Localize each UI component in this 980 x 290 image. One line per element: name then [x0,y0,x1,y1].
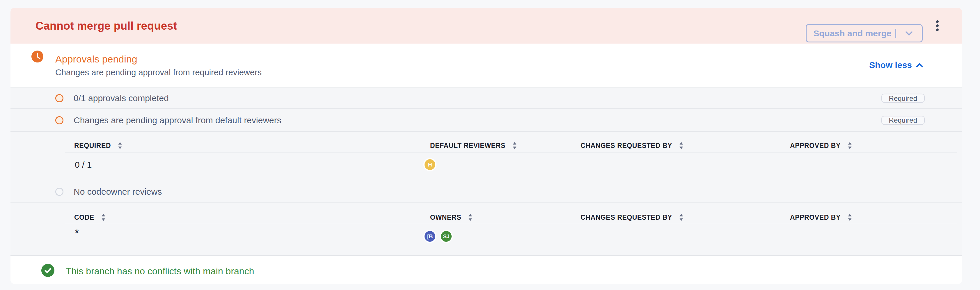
column-header-approved-by[interactable]: APPROVED BY [790,139,852,152]
table-header-divider [65,152,957,152]
show-less-link[interactable]: Show less [869,60,923,70]
check-text: No codeowner reviews [74,187,162,197]
check-text: Changes are pending approval from defaul… [74,116,282,125]
column-header-approved-by[interactable]: APPROVED BY [790,211,852,223]
chevron-up-icon [916,63,923,67]
column-header-code[interactable]: CODE [74,211,106,223]
column-header-required[interactable]: REQUIRED [74,139,122,152]
codeowners-table: CODE OWNERS CHANGES REQUESTED BY APPROVE… [11,202,962,255]
pending-circle-icon [55,116,64,124]
codeowner-check-row: No codeowner reviews [11,182,962,202]
column-header-changes-requested-by[interactable]: CHANGES REQUESTED BY [581,139,684,152]
panel-title: Approvals pending [55,54,137,65]
banner-title: Cannot merge pull request [35,19,177,32]
conflict-status-row: This branch has no conflicts with main b… [11,255,962,284]
approvals-check-row: 0/1 approvals completed Required [11,87,962,108]
default-reviewers-check-row: Changes are pending approval from defaul… [11,108,962,132]
sort-icon [118,142,122,149]
sort-icon [679,214,684,221]
required-badge: Required [881,116,925,125]
avatar[interactable]: H [423,158,436,171]
sort-icon [101,214,106,221]
code-pattern-cell: * [75,228,79,238]
show-less-label: Show less [869,60,912,70]
approvals-pending-header: Approvals pending Changes are pending ap… [11,44,962,87]
column-header-default-reviewers[interactable]: DEFAULT REVIEWERS [430,139,517,152]
sort-icon [679,142,684,149]
squash-and-merge-label: Squash and merge [807,29,895,38]
sort-icon [468,214,473,221]
column-header-owners[interactable]: OWNERS [430,211,473,223]
chevron-down-icon[interactable] [896,31,922,36]
squash-and-merge-button[interactable]: Squash and merge [806,24,923,43]
table-header-divider [65,224,957,224]
panel-subtitle: Changes are pending approval from requir… [55,68,262,77]
required-badge: Required [881,94,925,103]
avatar[interactable]: [B [423,230,436,243]
sort-icon [512,142,517,149]
overflow-menu-icon[interactable] [933,17,942,35]
required-reviewers-table: REQUIRED DEFAULT REVIEWERS CHANGES REQUE… [11,132,962,202]
column-header-changes-requested-by[interactable]: CHANGES REQUESTED BY [581,211,684,223]
merge-checks-card: Cannot merge pull request Squash and mer… [11,8,962,284]
required-count-cell: 0 / 1 [75,160,92,170]
avatar[interactable]: SJ [440,230,453,243]
cannot-merge-banner: Cannot merge pull request Squash and mer… [11,8,962,44]
conflict-status-text: This branch has no conflicts with main b… [66,266,254,276]
pending-circle-icon [55,94,64,102]
sort-icon [848,142,852,149]
check-circle-icon [41,264,54,277]
sort-icon [848,214,852,221]
neutral-circle-icon [55,188,64,196]
check-text: 0/1 approvals completed [74,93,169,103]
clock-icon [32,51,43,62]
